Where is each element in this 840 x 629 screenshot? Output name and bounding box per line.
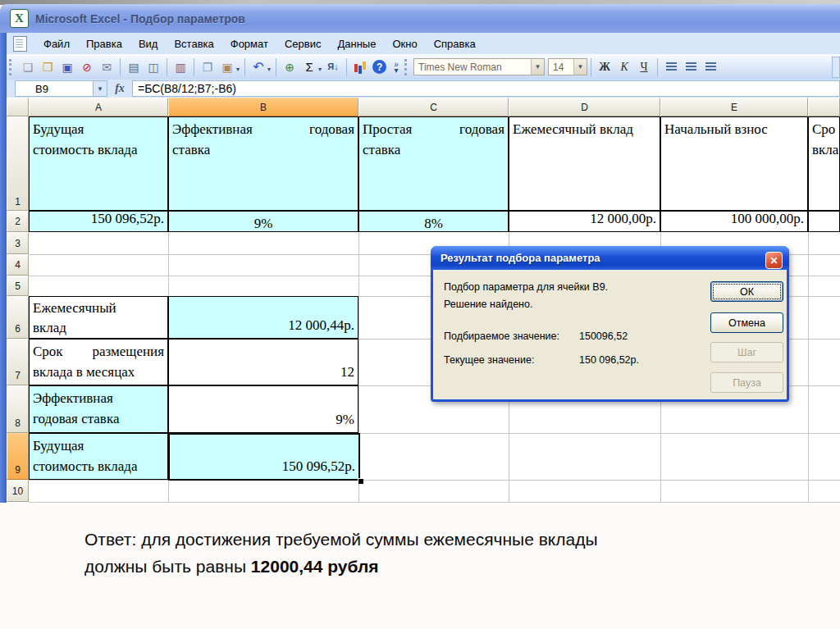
help-icon[interactable]: ?: [372, 60, 386, 74]
font-size-dropdown-icon[interactable]: ▼: [573, 59, 587, 75]
dialog-message-line2: Решение найдено.: [444, 299, 532, 310]
row-header-3[interactable]: 3: [7, 232, 29, 254]
ok-button[interactable]: ОК: [710, 281, 783, 302]
column-header-d[interactable]: D: [509, 98, 660, 116]
cell-b9-active[interactable]: 150 096,52р.: [168, 433, 360, 481]
print-preview-icon[interactable]: ◫: [144, 58, 162, 76]
permission-icon[interactable]: ⊘: [78, 58, 96, 76]
menu-file[interactable]: Файл: [35, 35, 78, 52]
row-header-4[interactable]: 4: [7, 254, 29, 276]
cell-b1[interactable]: Эффективная годовая ставка: [168, 116, 358, 211]
cell-a1[interactable]: Будущая стоимость вклада: [29, 116, 168, 211]
research-icon[interactable]: ▥: [171, 58, 189, 76]
formula-input[interactable]: =БС(B8/12;B7;-B6): [132, 80, 840, 97]
cell-a7[interactable]: Срок размещения вклада в месяцах: [29, 339, 168, 385]
cell-e2[interactable]: 100 000,00р.: [660, 211, 808, 232]
dialog-title-bar[interactable]: Результат подбора параметра: [431, 246, 789, 270]
cell-a8[interactable]: Эффективная годовая ставка: [29, 385, 168, 433]
screen: Microsoft Excel - Подбор параметров Файл…: [0, 0, 840, 629]
insert-hyperlink-icon[interactable]: ⊕: [281, 58, 299, 76]
row-header-9[interactable]: 9: [7, 433, 29, 480]
cell-b6[interactable]: 12 000,44р.: [168, 296, 358, 339]
column-header-b[interactable]: B: [168, 98, 358, 116]
fx-icon[interactable]: fx: [107, 80, 132, 98]
cell-a2[interactable]: 150 096,52р.: [29, 211, 168, 232]
cell-f1[interactable]: Сро вкла: [808, 116, 840, 211]
cell-e1[interactable]: Начальный взнос: [660, 116, 808, 211]
standard-toolbar-grip[interactable]: [9, 59, 14, 75]
mail-icon[interactable]: ✉: [98, 58, 116, 76]
excel-app-icon: [10, 9, 29, 28]
bold-button[interactable]: Ж: [596, 58, 614, 76]
column-header-c[interactable]: C: [358, 98, 509, 116]
name-box[interactable]: B9: [15, 80, 94, 97]
toolbar-separator: [657, 58, 658, 76]
menu-edit[interactable]: Правка: [78, 35, 130, 52]
title-bar: Microsoft Excel - Подбор параметров: [0, 4, 840, 33]
row-header-6[interactable]: 6: [7, 296, 29, 339]
menu-insert[interactable]: Вставка: [166, 35, 221, 52]
row-header-5[interactable]: 5: [7, 276, 29, 296]
cell-b8[interactable]: 9%: [168, 385, 358, 433]
font-size-combo[interactable]: 14 ▼: [548, 58, 587, 75]
underline-button[interactable]: Ч: [635, 58, 653, 76]
autosum-dropdown-icon[interactable]: ▾: [318, 66, 322, 73]
paste-icon[interactable]: ▣: [218, 58, 236, 76]
cell-a6[interactable]: Ежемесячный вклад: [29, 296, 168, 339]
close-icon[interactable]: [765, 252, 783, 269]
column-header-f[interactable]: [808, 98, 840, 116]
font-name-combo[interactable]: Times New Roman ▼: [413, 58, 545, 75]
column-header-a[interactable]: A: [29, 98, 168, 116]
row-header-10[interactable]: 10: [7, 480, 29, 502]
cell-d2[interactable]: 12 000,00р.: [509, 211, 660, 232]
save-icon[interactable]: ▣: [58, 58, 76, 76]
menu-bar: Файл Правка Вид Вставка Формат Сервис Да…: [7, 33, 840, 55]
fill-handle[interactable]: [358, 478, 363, 484]
cell-b2[interactable]: 9%: [168, 211, 358, 232]
print-icon[interactable]: ▤: [125, 58, 143, 76]
autosum-icon[interactable]: Σ: [300, 58, 318, 76]
row-header-8[interactable]: 8: [7, 385, 29, 433]
menu-tools[interactable]: Сервис: [276, 35, 330, 52]
new-document-icon[interactable]: ❏: [19, 58, 37, 76]
font-name-dropdown-icon[interactable]: ▼: [531, 59, 544, 75]
italic-button[interactable]: К: [615, 58, 633, 76]
workbook-icon: [13, 36, 27, 52]
column-header-e[interactable]: E: [660, 98, 808, 116]
answer-line1: Ответ: для достижения требуемой суммы еж…: [84, 526, 598, 553]
target-value: 150096,52: [579, 330, 628, 342]
menu-format[interactable]: Формат: [222, 35, 276, 52]
copy-icon[interactable]: ❐: [199, 58, 217, 76]
toolbar-separator: [120, 58, 121, 76]
menu-help[interactable]: Справка: [426, 35, 484, 52]
select-all-corner[interactable]: [7, 98, 29, 116]
cell-f2[interactable]: [808, 211, 840, 232]
cell-a9[interactable]: Будущая стоимость вклада: [29, 433, 168, 480]
cell-c2[interactable]: 8%: [358, 211, 509, 232]
menu-data[interactable]: Данные: [329, 35, 384, 52]
gridline: [808, 232, 809, 502]
answer-text: Ответ: для достижения требуемой суммы еж…: [84, 526, 598, 580]
undo-dropdown-icon[interactable]: ▾: [267, 66, 271, 73]
name-box-dropdown-icon[interactable]: ▼: [94, 80, 107, 97]
align-center-icon[interactable]: [682, 58, 700, 76]
toolbar-options-chevron-icon[interactable]: »▾: [390, 57, 402, 77]
formatting-toolbar-grip[interactable]: [404, 59, 409, 75]
align-right-icon[interactable]: [701, 58, 719, 76]
menu-view[interactable]: Вид: [130, 35, 167, 52]
pause-button: Пауза: [710, 372, 783, 393]
menu-window[interactable]: Окно: [384, 35, 425, 52]
undo-icon[interactable]: ↶: [249, 58, 267, 76]
align-left-icon[interactable]: [662, 58, 680, 76]
cancel-button[interactable]: Отмена: [710, 312, 783, 333]
row-header-1[interactable]: 1: [7, 116, 29, 211]
row-header-7[interactable]: 7: [7, 339, 29, 385]
paste-dropdown-icon[interactable]: ▾: [236, 66, 240, 73]
open-folder-icon[interactable]: ❒: [39, 58, 57, 76]
cell-c1[interactable]: Простая годовая ставка: [358, 116, 509, 211]
row-header-2[interactable]: 2: [7, 211, 29, 232]
cell-b7[interactable]: 12: [168, 339, 358, 385]
cell-d1[interactable]: Ежемесячный вклад: [509, 116, 660, 211]
sort-ascending-icon[interactable]: Я↓: [324, 58, 342, 76]
chart-wizard-icon[interactable]: [351, 58, 369, 76]
